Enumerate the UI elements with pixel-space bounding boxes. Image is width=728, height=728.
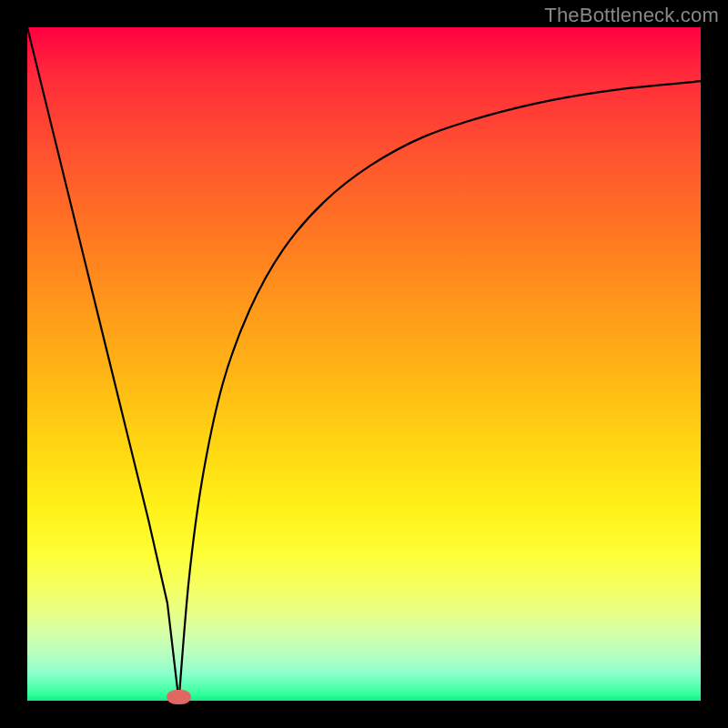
min-point-marker	[167, 690, 191, 704]
curve-right	[179, 81, 702, 701]
plot-area	[27, 27, 701, 701]
curve-left	[27, 27, 179, 701]
chart-frame: TheBottleneck.com	[0, 0, 728, 728]
watermark-text: TheBottleneck.com	[544, 4, 719, 27]
curve-svg	[27, 27, 701, 701]
